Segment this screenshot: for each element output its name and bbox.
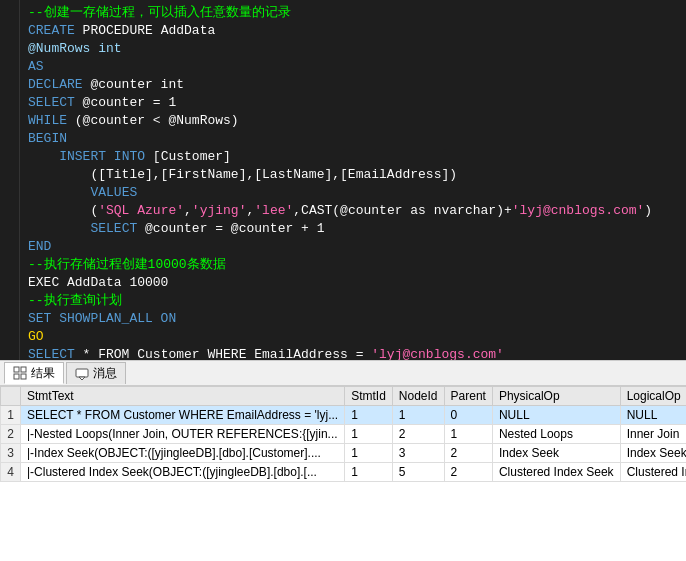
table-cell: SELECT * FROM Customer WHERE EmailAddres… (21, 406, 345, 425)
table-cell: NULL (620, 406, 686, 425)
table-cell: 1 (345, 463, 393, 482)
svg-rect-0 (14, 367, 19, 372)
svg-rect-3 (21, 374, 26, 379)
table-cell: 5 (392, 463, 444, 482)
table-cell: 1 (392, 406, 444, 425)
table-cell: Index Seek (492, 444, 620, 463)
table-header-row: StmtText StmtId NodeId Parent PhysicalOp… (1, 387, 687, 406)
col-logop: LogicalOp (620, 387, 686, 406)
table-cell: 1 (345, 444, 393, 463)
table-cell: |-Nested Loops(Inner Join, OUTER REFEREN… (21, 425, 345, 444)
table-cell: 1 (345, 425, 393, 444)
table-row[interactable]: 2|-Nested Loops(Inner Join, OUTER REFERE… (1, 425, 687, 444)
tab-results-label: 结果 (31, 365, 55, 382)
table-row[interactable]: 1SELECT * FROM Customer WHERE EmailAddre… (1, 406, 687, 425)
svg-rect-2 (14, 374, 19, 379)
table-row[interactable]: 3 |-Index Seek(OBJECT:([yjingleeDB].[dbo… (1, 444, 687, 463)
svg-marker-5 (79, 377, 85, 380)
grid-scroll[interactable]: StmtText StmtId NodeId Parent PhysicalOp… (0, 386, 686, 482)
code-editor: --创建一存储过程，可以插入任意数量的记录 CREATE PROCEDURE A… (0, 0, 686, 360)
table-cell: 0 (444, 406, 492, 425)
table-cell: Clustered Index Seek (492, 463, 620, 482)
results-table: StmtText StmtId NodeId Parent PhysicalOp… (0, 386, 686, 482)
tab-messages-label: 消息 (93, 365, 117, 382)
svg-rect-1 (21, 367, 26, 372)
row-number-cell: 4 (1, 463, 21, 482)
col-rownum (1, 387, 21, 406)
code-text: --创建一存储过程，可以插入任意数量的记录 CREATE PROCEDURE A… (20, 0, 686, 360)
col-physop: PhysicalOp (492, 387, 620, 406)
svg-rect-4 (76, 369, 88, 377)
line-numbers (0, 0, 20, 360)
bottom-panel: 结果 消息 StmtText StmtId NodeId Parent (0, 360, 686, 561)
row-number-cell: 1 (1, 406, 21, 425)
tab-results[interactable]: 结果 (4, 362, 64, 384)
table-cell: 1 (345, 406, 393, 425)
col-parent: Parent (444, 387, 492, 406)
table-cell: 3 (392, 444, 444, 463)
col-stmtid: StmtId (345, 387, 393, 406)
tab-messages[interactable]: 消息 (66, 362, 126, 384)
table-body: 1SELECT * FROM Customer WHERE EmailAddre… (1, 406, 687, 482)
row-number-cell: 2 (1, 425, 21, 444)
table-cell: Index Seek (620, 444, 686, 463)
table-cell: NULL (492, 406, 620, 425)
table-cell: 2 (444, 463, 492, 482)
table-cell: Inner Join (620, 425, 686, 444)
table-cell: 1 (444, 425, 492, 444)
col-stmttext: StmtText (21, 387, 345, 406)
table-cell: Nested Loops (492, 425, 620, 444)
tabs-bar: 结果 消息 (0, 360, 686, 386)
table-cell: 2 (392, 425, 444, 444)
table-cell: Clustered Index S (620, 463, 686, 482)
grid-icon (13, 366, 27, 380)
table-row[interactable]: 4 |-Clustered Index Seek(OBJECT:([yjingl… (1, 463, 687, 482)
table-cell: |-Index Seek(OBJECT:([yjingleeDB].[dbo].… (21, 444, 345, 463)
results-grid: StmtText StmtId NodeId Parent PhysicalOp… (0, 386, 686, 561)
row-number-cell: 3 (1, 444, 21, 463)
table-cell: 2 (444, 444, 492, 463)
table-cell: |-Clustered Index Seek(OBJECT:([yjinglee… (21, 463, 345, 482)
message-icon (75, 367, 89, 381)
col-nodeid: NodeId (392, 387, 444, 406)
